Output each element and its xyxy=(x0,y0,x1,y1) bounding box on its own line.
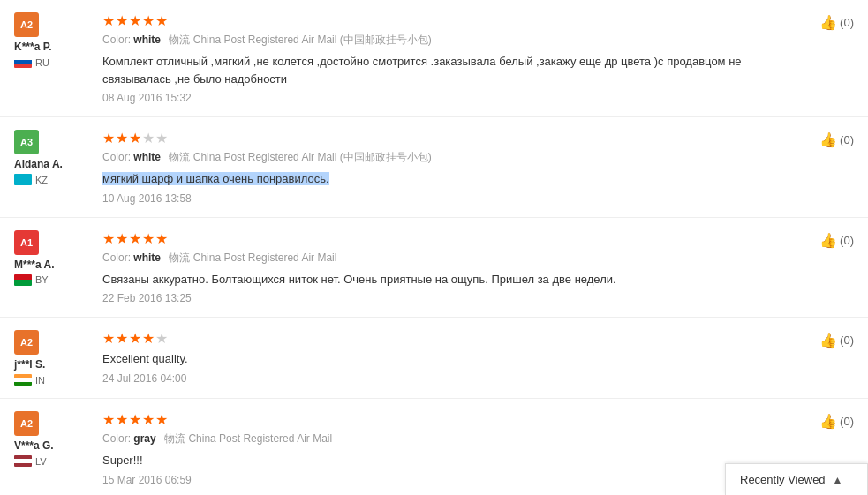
reviews-container: A2 K***a P. RU ★★★★★ Color: white 物流 Chi… xyxy=(0,0,868,495)
like-button[interactable]: 👍 (0) xyxy=(819,332,854,349)
avatar: A2 xyxy=(14,12,39,37)
review-date: 10 Aug 2016 13:58 xyxy=(102,192,801,205)
star-icon: ★ xyxy=(116,330,128,347)
star-rating: ★★★★★ xyxy=(102,330,801,347)
review-text: мягкий шарф и шапка очень понравилось. xyxy=(102,170,801,188)
star-icon: ★ xyxy=(142,130,155,146)
reviewer-name: M***a A. xyxy=(14,259,55,271)
logistics-info: 物流 China Post Registered Air Mail xyxy=(164,432,332,445)
reviewer-name: j***l S. xyxy=(14,358,45,371)
star-icon: ★ xyxy=(129,12,141,29)
flag-icon xyxy=(14,274,32,286)
review-date: 22 Feb 2016 13:25 xyxy=(102,292,801,304)
star-icon: ★ xyxy=(142,230,155,247)
country-flag: BY xyxy=(14,274,49,286)
review-text: Super!!! xyxy=(102,452,801,469)
like-button[interactable]: 👍 (0) xyxy=(819,131,854,148)
like-button[interactable]: 👍 (0) xyxy=(819,14,854,31)
color-label: Color: xyxy=(102,34,131,46)
country-flag: RU xyxy=(14,56,49,68)
review-item: A3 Aidana A. KZ ★★★★★ Color: white 物流 Ch… xyxy=(0,117,868,218)
review-content: ★★★★★ Color: white 物流 China Post Registe… xyxy=(94,230,801,305)
review-meta: Color: white 物流 China Post Registered Ai… xyxy=(102,150,801,165)
flag-icon xyxy=(14,374,32,386)
star-icon: ★ xyxy=(129,411,141,428)
star-icon: ★ xyxy=(129,130,141,146)
star-rating: ★★★★★ xyxy=(102,411,801,428)
review-meta: Color: white 物流 China Post Registered Ai… xyxy=(102,33,801,48)
like-count: (0) xyxy=(840,334,854,347)
star-icon: ★ xyxy=(142,411,155,428)
review-item: A2 K***a P. RU ★★★★★ Color: white 物流 Chi… xyxy=(0,0,868,117)
review-content: ★★★★★ Color: white 物流 China Post Registe… xyxy=(94,130,801,205)
flag-icon xyxy=(14,455,32,467)
star-icon: ★ xyxy=(102,130,115,146)
logistics-info: 物流 China Post Registered Air Mail xyxy=(169,251,336,264)
country-code: BY xyxy=(35,274,49,285)
like-button[interactable]: 👍 (0) xyxy=(819,413,854,430)
star-icon: ★ xyxy=(155,12,168,29)
avatar: A1 xyxy=(14,230,39,255)
avatar: A3 xyxy=(14,130,39,154)
avatar: A2 xyxy=(14,330,39,355)
star-icon: ★ xyxy=(116,12,128,29)
review-item: A2 j***l S. IN ★★★★★ Excellent quality. … xyxy=(0,318,868,399)
review-text: Excellent quality. xyxy=(102,350,801,368)
like-section[interactable]: 👍 (0) xyxy=(801,330,854,386)
color-label: Color: xyxy=(102,432,131,445)
star-icon: ★ xyxy=(129,230,141,247)
like-section[interactable]: 👍 (0) xyxy=(801,230,854,305)
reviewer-info: A2 V***a G. LV xyxy=(14,411,94,486)
color-value: gray xyxy=(133,432,155,445)
review-date: 08 Aug 2016 15:32 xyxy=(102,92,801,104)
recently-viewed-label: Recently Viewed xyxy=(740,473,826,486)
highlighted-text: мягкий шарф и шапка очень понравилось. xyxy=(102,172,329,185)
chevron-up-icon: ▲ xyxy=(833,474,843,486)
star-icon: ★ xyxy=(116,130,128,146)
flag-icon xyxy=(14,56,32,68)
country-code: KZ xyxy=(35,175,48,185)
reviewer-info: A2 K***a P. RU xyxy=(14,12,94,104)
avatar: A2 xyxy=(14,411,39,436)
thumbs-up-icon: 👍 xyxy=(819,413,837,430)
country-code: IN xyxy=(35,375,45,386)
like-count: (0) xyxy=(840,415,854,428)
star-rating: ★★★★★ xyxy=(102,12,801,29)
country-code: LV xyxy=(35,456,47,467)
like-section[interactable]: 👍 (0) xyxy=(801,12,854,104)
thumbs-up-icon: 👍 xyxy=(819,232,837,249)
like-section[interactable]: 👍 (0) xyxy=(801,130,854,205)
star-icon: ★ xyxy=(102,12,115,29)
star-icon: ★ xyxy=(102,230,115,247)
color-value: white xyxy=(133,251,161,264)
flag-icon xyxy=(14,174,32,185)
color-label: Color: xyxy=(102,251,131,264)
reviewer-name: Aidana A. xyxy=(14,158,63,170)
review-meta: Color: gray 物流 China Post Registered Air… xyxy=(102,431,801,446)
reviewer-name: K***a P. xyxy=(14,41,51,53)
star-icon: ★ xyxy=(155,230,168,247)
star-icon: ★ xyxy=(155,411,168,428)
review-date: 15 Mar 2016 06:59 xyxy=(102,474,801,486)
review-item: A1 M***a A. BY ★★★★★ Color: white 物流 Chi… xyxy=(0,218,868,319)
like-button[interactable]: 👍 (0) xyxy=(819,232,854,249)
country-flag: KZ xyxy=(14,174,48,185)
star-icon: ★ xyxy=(116,230,128,247)
like-count: (0) xyxy=(840,133,854,146)
star-icon: ★ xyxy=(129,330,141,347)
country-flag: IN xyxy=(14,374,45,386)
recently-viewed-bar[interactable]: Recently Viewed ▲ xyxy=(725,463,868,495)
review-meta: Color: white 物流 China Post Registered Ai… xyxy=(102,251,801,266)
country-code: RU xyxy=(35,57,49,68)
star-icon: ★ xyxy=(142,12,155,29)
star-rating: ★★★★★ xyxy=(102,230,801,247)
color-label: Color: xyxy=(102,151,131,163)
review-text: Связаны аккуратно. Болтающихся ниток нет… xyxy=(102,271,801,289)
review-content: ★★★★★ Color: gray 物流 China Post Register… xyxy=(94,411,801,486)
reviewer-name: V***a G. xyxy=(14,439,54,452)
like-count: (0) xyxy=(840,16,854,29)
color-value: white xyxy=(133,151,161,163)
logistics-info: 物流 China Post Registered Air Mail (中国邮政挂… xyxy=(169,151,431,163)
reviewer-info: A3 Aidana A. KZ xyxy=(14,130,94,205)
star-rating: ★★★★★ xyxy=(102,130,801,146)
